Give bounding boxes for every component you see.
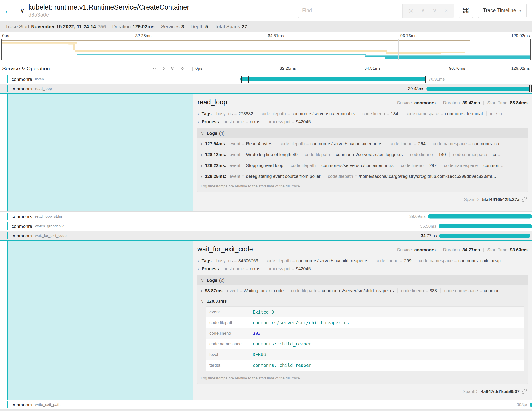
span-timeline-cell[interactable]: 34.77ms xyxy=(193,231,532,240)
trace-start-fraction: .756 xyxy=(96,24,106,29)
span-row-write-exit-path[interactable]: conmonrs write_exit_path 303μs xyxy=(0,400,532,410)
chevron-right-icon[interactable]: › xyxy=(201,288,202,293)
process-row[interactable]: › Process: host.name=nixosprocess.pid=94… xyxy=(197,119,528,127)
span-timeline-cell[interactable]: 39.43ms xyxy=(193,84,532,93)
log-entry[interactable]: › 128.25ms: event=deregistering event so… xyxy=(197,171,528,182)
minimap-right-handle[interactable] xyxy=(530,39,531,60)
service-color-accent xyxy=(7,223,8,230)
service-name: conmonrs xyxy=(11,214,32,219)
match-target-icon[interactable]: ◎ xyxy=(408,7,414,14)
log-kv: code.lineno=264 xyxy=(386,141,429,146)
double-chevron-right-icon[interactable] xyxy=(180,66,185,71)
log-timestamp: 93.87ms: xyxy=(205,288,224,293)
chevron-down-icon[interactable] xyxy=(152,66,157,71)
span-duration-label: 34.77ms xyxy=(419,233,439,238)
log-entry[interactable]: › 127.94ms: event=Read 4 bytescode.filep… xyxy=(197,138,528,149)
spanid-row: SpanID: 5faf48165428c37a xyxy=(197,194,528,206)
logs-header[interactable]: ∨ Logs (4) xyxy=(197,128,528,138)
chevron-right-icon[interactable]: › xyxy=(201,152,202,157)
back-button[interactable]: ← xyxy=(0,0,16,21)
chevron-right-icon[interactable]: › xyxy=(198,111,199,116)
prev-match-icon[interactable]: ∧ xyxy=(421,7,425,14)
service-name: conmonrs xyxy=(11,86,32,91)
chevron-right-icon[interactable]: › xyxy=(198,258,199,263)
span-duration-bar[interactable] xyxy=(439,224,532,228)
log-entry-expanded[interactable]: ∨ 128.33ms xyxy=(197,296,528,305)
start-time-label: Start Time: xyxy=(487,100,509,106)
minimap-canvas[interactable] xyxy=(1,39,531,60)
span-timeline-cell[interactable]: 35.58ms xyxy=(193,221,532,231)
span-name-cell[interactable]: conmonrs listen xyxy=(0,74,193,84)
minimap-left-handle[interactable] xyxy=(1,39,2,60)
span-timeline-cell[interactable]: 303μs xyxy=(193,400,532,410)
timeline-column-header: Service & Operation 0μs 32.25ms 64.51ms … xyxy=(0,63,532,74)
span-name-cell[interactable]: conmonrs read_loop xyxy=(0,84,193,93)
chevron-right-icon[interactable]: › xyxy=(198,119,199,124)
trace-summary-bar: Trace Start November 15 2022, 11:24:14 .… xyxy=(0,21,532,32)
span-duration-bar[interactable] xyxy=(426,87,530,91)
tags-label: Tags: xyxy=(202,111,213,116)
log-timestamp: 128.25ms: xyxy=(205,174,227,179)
chevron-right-icon[interactable]: › xyxy=(201,174,202,179)
span-duration-bar[interactable] xyxy=(439,234,531,238)
total-spans-value: 27 xyxy=(242,24,247,29)
chevron-down-icon: ∨ xyxy=(519,8,522,13)
span-duration-bar[interactable] xyxy=(428,214,532,218)
chevron-right-icon[interactable] xyxy=(161,66,166,71)
service-value: conmonrs xyxy=(414,247,436,253)
column-resize-handle[interactable] xyxy=(191,67,193,71)
chevron-right-icon[interactable]: › xyxy=(201,141,202,146)
span-row-read-loop[interactable]: conmonrs read_loop 39.43ms xyxy=(0,84,532,94)
process-kv: process.pid=942045 xyxy=(264,119,314,124)
log-entry[interactable]: › 93.87ms: event=Waiting for exit codeco… xyxy=(197,285,528,296)
log-entry[interactable]: › 128.12ms: event=Wrote log line of leng… xyxy=(197,149,528,160)
tick-label: 129.02ms xyxy=(511,33,530,38)
timeline-ruler: 0μs 32.25ms 64.51ms 96.76ms 129.02ms xyxy=(193,63,532,74)
chevron-down-icon[interactable]: ∨ xyxy=(201,278,204,283)
logs-label: Logs xyxy=(207,131,218,136)
find-input[interactable] xyxy=(298,4,402,18)
span-timeline-cell[interactable]: 39.69ms xyxy=(193,212,532,221)
depth-value: 5 xyxy=(205,24,208,29)
tags-row[interactable]: › Tags: busy_ns=273882code.filepath=conm… xyxy=(197,109,528,119)
span-name-cell[interactable]: conmonrs read_loop_stdin xyxy=(0,212,193,221)
trace-collapse-toggle[interactable]: ∨ xyxy=(16,7,28,14)
keyboard-shortcuts-button[interactable]: ⌘ xyxy=(459,4,473,18)
clear-search-icon[interactable]: × xyxy=(444,7,448,14)
span-duration-bar[interactable] xyxy=(240,77,426,81)
span-row-watch-grandchild[interactable]: conmonrs watch_grandchild 35.58ms xyxy=(0,221,532,231)
link-icon[interactable] xyxy=(522,197,527,202)
logs-header[interactable]: ∨ Logs (2) xyxy=(197,275,528,285)
collapse-controls xyxy=(152,66,191,71)
log-entry[interactable]: › 128.22ms: event=Stopping read loopcode… xyxy=(197,160,528,171)
find-box: ◎ ∧ ∨ × xyxy=(298,4,454,18)
span-name-cell[interactable]: conmonrs wait_for_exit_code xyxy=(0,231,193,240)
span-timeline-cell[interactable]: 70.91ms xyxy=(193,74,532,84)
tags-row[interactable]: › Tags: busy_ns=34506763code.filepath=co… xyxy=(197,256,528,266)
field-value: conmonrs::child_reaper xyxy=(253,341,312,347)
link-icon[interactable] xyxy=(522,389,527,394)
table-row: level DEBUG xyxy=(206,349,524,360)
span-name-cell[interactable]: conmonrs watch_grandchild xyxy=(0,221,193,231)
span-row-listen[interactable]: conmonrs listen 70.91ms xyxy=(0,74,532,84)
service-color-accent xyxy=(7,94,9,211)
field-key: code.namespace xyxy=(209,342,253,346)
view-selector-button[interactable]: Trace Timeline ∨ xyxy=(478,4,527,18)
log-kv-list: event=Wrote log line of length 49code.fi… xyxy=(229,152,505,157)
log-kv: event=Read 4 bytes xyxy=(229,141,276,146)
next-match-icon[interactable]: ∨ xyxy=(433,7,437,14)
tick-label: 64.51ms xyxy=(364,66,381,71)
title-block: kubelet: runtime.v1.RuntimeService/Creat… xyxy=(28,3,189,18)
process-row[interactable]: › Process: host.name=nixosprocess.pid=94… xyxy=(197,266,528,274)
span-row-read-loop-stdin[interactable]: conmonrs read_loop_stdin 39.69ms xyxy=(0,212,532,221)
span-name-cell[interactable]: conmonrs write_exit_path xyxy=(0,400,193,410)
command-icon: ⌘ xyxy=(462,6,469,15)
span-row-wait-for-exit-code[interactable]: conmonrs wait_for_exit_code 34.77ms xyxy=(0,231,532,241)
detail-highlight xyxy=(9,241,193,400)
double-chevron-down-icon[interactable] xyxy=(170,66,175,71)
chevron-down-icon[interactable]: ∨ xyxy=(201,298,204,304)
span-duration-bar[interactable] xyxy=(531,402,532,407)
chevron-down-icon[interactable]: ∨ xyxy=(201,131,204,136)
chevron-right-icon[interactable]: › xyxy=(201,163,202,168)
chevron-right-icon[interactable]: › xyxy=(198,266,199,271)
